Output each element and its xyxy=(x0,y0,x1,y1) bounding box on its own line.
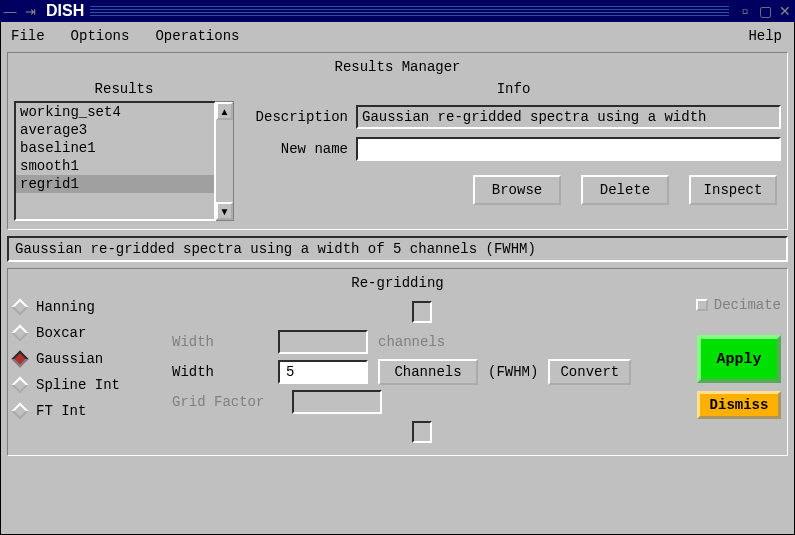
info-column-label: Info xyxy=(246,81,781,97)
menu-file[interactable]: File xyxy=(11,28,45,44)
titlebar: — ⇥ DISH ▫ ▢ ✕ xyxy=(0,0,795,22)
list-item[interactable]: average3 xyxy=(16,121,214,139)
convert-button[interactable]: Convert xyxy=(548,359,631,385)
window-pin-icon[interactable]: ⇥ xyxy=(20,0,40,22)
ftint-placeholder xyxy=(412,421,432,443)
scroll-up-icon[interactable]: ▲ xyxy=(216,102,233,120)
decimate-checkbox: Decimate xyxy=(696,297,781,313)
results-scrollbar[interactable]: ▲ ▼ xyxy=(216,101,234,221)
status-bar: Gaussian re-gridded spectra using a widt… xyxy=(7,236,788,262)
scroll-track[interactable] xyxy=(216,120,233,202)
diamond-icon xyxy=(12,377,29,394)
close-icon[interactable]: ✕ xyxy=(775,0,795,22)
hanning-placeholder xyxy=(412,301,432,323)
description-label: Description xyxy=(246,109,356,125)
newname-label: New name xyxy=(246,141,356,157)
radio-gaussian[interactable]: Gaussian xyxy=(14,351,164,367)
diamond-icon xyxy=(12,325,29,342)
delete-button[interactable]: Delete xyxy=(581,175,669,205)
iconify-icon[interactable]: ▫ xyxy=(735,0,755,22)
window-title: DISH xyxy=(40,2,84,20)
diamond-icon xyxy=(12,351,29,368)
window-menu-icon[interactable]: — xyxy=(0,0,20,22)
results-manager-frame: Results Manager Results working_set4 ave… xyxy=(7,52,788,230)
menu-operations[interactable]: Operations xyxy=(155,28,239,44)
fwhm-label: (FWHM) xyxy=(488,364,538,380)
menu-options[interactable]: Options xyxy=(71,28,130,44)
gaussian-width-label: Width xyxy=(172,364,268,380)
list-item[interactable]: baseline1 xyxy=(16,139,214,157)
results-manager-title: Results Manager xyxy=(14,57,781,81)
boxcar-unit-label: channels xyxy=(378,334,445,350)
maximize-icon[interactable]: ▢ xyxy=(755,0,775,22)
spline-gridfactor-label: Grid Factor xyxy=(172,394,282,410)
inspect-button[interactable]: Inspect xyxy=(689,175,777,205)
description-field[interactable]: Gaussian re-gridded spectra using a widt… xyxy=(356,105,781,129)
browse-button[interactable]: Browse xyxy=(473,175,561,205)
checkbox-icon xyxy=(696,299,708,311)
scroll-down-icon[interactable]: ▼ xyxy=(216,202,233,220)
radio-label: Boxcar xyxy=(36,325,86,341)
radio-label: Gaussian xyxy=(36,351,103,367)
diamond-icon xyxy=(12,299,29,316)
radio-label: Spline Int xyxy=(36,377,120,393)
menubar: File Options Operations Help xyxy=(1,22,794,48)
results-listbox[interactable]: working_set4 average3 baseline1 smooth1 … xyxy=(14,101,216,221)
dismiss-button[interactable]: Dismiss xyxy=(697,391,781,419)
regridding-frame: Re-gridding Hanning Boxcar Gaussian xyxy=(7,268,788,456)
radio-label: FT Int xyxy=(36,403,86,419)
radio-hanning[interactable]: Hanning xyxy=(14,299,164,315)
radio-ft-int[interactable]: FT Int xyxy=(14,403,164,419)
gaussian-width-field[interactable]: 5 xyxy=(278,360,368,384)
titlebar-texture xyxy=(90,6,729,16)
diamond-icon xyxy=(12,403,29,420)
boxcar-width-label: Width xyxy=(172,334,268,350)
menu-help[interactable]: Help xyxy=(748,28,782,44)
app-window: — ⇥ DISH ▫ ▢ ✕ File Options Operations H… xyxy=(0,0,795,535)
list-item[interactable]: working_set4 xyxy=(16,103,214,121)
spline-gridfactor-field xyxy=(292,390,382,414)
list-item[interactable]: smooth1 xyxy=(16,157,214,175)
apply-button[interactable]: Apply xyxy=(697,335,781,383)
channels-button[interactable]: Channels xyxy=(378,359,478,385)
results-column-label: Results xyxy=(95,81,154,97)
boxcar-width-field xyxy=(278,330,368,354)
app-body: File Options Operations Help Results Man… xyxy=(0,22,795,535)
list-item[interactable]: regrid1 xyxy=(16,175,214,193)
radio-spline-int[interactable]: Spline Int xyxy=(14,377,164,393)
regridding-title: Re-gridding xyxy=(14,273,781,297)
radio-boxcar[interactable]: Boxcar xyxy=(14,325,164,341)
decimate-label: Decimate xyxy=(714,297,781,313)
newname-field[interactable] xyxy=(356,137,781,161)
radio-label: Hanning xyxy=(36,299,95,315)
